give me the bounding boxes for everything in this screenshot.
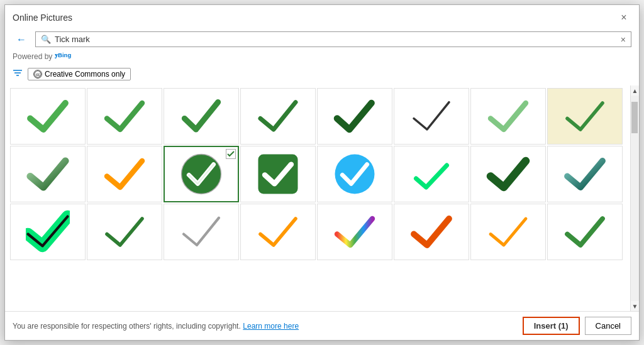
dialog-title: Online Pictures <box>13 13 72 23</box>
image-cell[interactable] <box>10 204 86 260</box>
filter-icon <box>13 69 23 80</box>
scroll-down-arrow[interactable]: ▼ <box>631 301 639 311</box>
image-cell[interactable] <box>317 146 392 202</box>
powered-by-label: Powered by 𝐲Bing <box>5 50 639 65</box>
creative-commons-filter[interactable]: c c Creative Commons only <box>28 68 131 80</box>
image-row-2 <box>10 146 625 202</box>
bing-icon: 𝐲Bing <box>55 51 75 62</box>
online-pictures-dialog: Online Pictures × ← 🔍 × Powered by 𝐲Bing <box>4 4 640 341</box>
image-cell[interactable] <box>87 146 162 202</box>
search-wrapper: 🔍 × <box>35 31 631 47</box>
image-row-1 <box>10 88 625 145</box>
image-cell[interactable] <box>547 204 623 260</box>
footer: You are responsible for respecting other… <box>5 311 639 340</box>
learn-more-link[interactable]: Learn more here <box>243 322 299 331</box>
svg-text:𝐲Bing: 𝐲Bing <box>55 52 71 59</box>
image-cell[interactable] <box>240 204 316 260</box>
image-cell-selected[interactable] <box>164 146 239 202</box>
footer-text: You are responsible for respecting other… <box>13 322 241 331</box>
image-cell[interactable] <box>10 88 86 145</box>
image-cell[interactable] <box>394 88 469 145</box>
image-cell[interactable] <box>87 88 162 145</box>
images-grid <box>5 85 630 311</box>
scrollbar[interactable]: ▲ ▼ <box>630 85 639 311</box>
cc-filter-label: Creative Commons only <box>45 70 125 79</box>
image-cell[interactable] <box>240 146 316 202</box>
scroll-track[interactable] <box>631 96 639 301</box>
search-input[interactable] <box>55 35 626 44</box>
footer-text-area: You are responsible for respecting other… <box>13 321 299 331</box>
image-cell[interactable] <box>470 146 546 202</box>
search-icon: 🔍 <box>41 35 51 44</box>
footer-buttons: Insert (1) Cancel <box>523 317 631 335</box>
image-cell[interactable] <box>87 204 162 260</box>
powered-by-text: Powered by <box>13 52 52 61</box>
back-button[interactable]: ← <box>13 33 30 47</box>
close-button[interactable]: × <box>616 10 631 25</box>
image-cell[interactable] <box>394 204 469 260</box>
image-cell[interactable] <box>317 204 392 260</box>
image-cell[interactable] <box>547 88 623 145</box>
image-cell[interactable] <box>164 88 239 145</box>
image-cell[interactable] <box>470 88 546 145</box>
image-cell[interactable] <box>317 88 392 145</box>
image-cell[interactable] <box>240 88 316 145</box>
image-cell[interactable] <box>164 204 239 260</box>
cc-icon: c c <box>33 70 42 79</box>
image-cell[interactable] <box>394 146 469 202</box>
search-clear-icon[interactable]: × <box>621 35 626 45</box>
svg-text:c: c <box>38 72 40 77</box>
image-cell[interactable] <box>547 146 623 202</box>
insert-button[interactable]: Insert (1) <box>523 317 580 335</box>
search-area: ← 🔍 × <box>5 28 639 50</box>
cancel-button[interactable]: Cancel <box>585 317 631 335</box>
title-bar: Online Pictures × <box>5 5 639 28</box>
image-cell[interactable] <box>470 204 546 260</box>
scroll-thumb[interactable] <box>631 102 638 133</box>
image-cell[interactable] <box>10 146 86 202</box>
filter-bar: c c Creative Commons only <box>5 65 639 85</box>
scroll-up-arrow[interactable]: ▲ <box>631 85 639 96</box>
images-area: ▲ ▼ <box>5 85 639 311</box>
image-row-3 <box>10 204 625 260</box>
